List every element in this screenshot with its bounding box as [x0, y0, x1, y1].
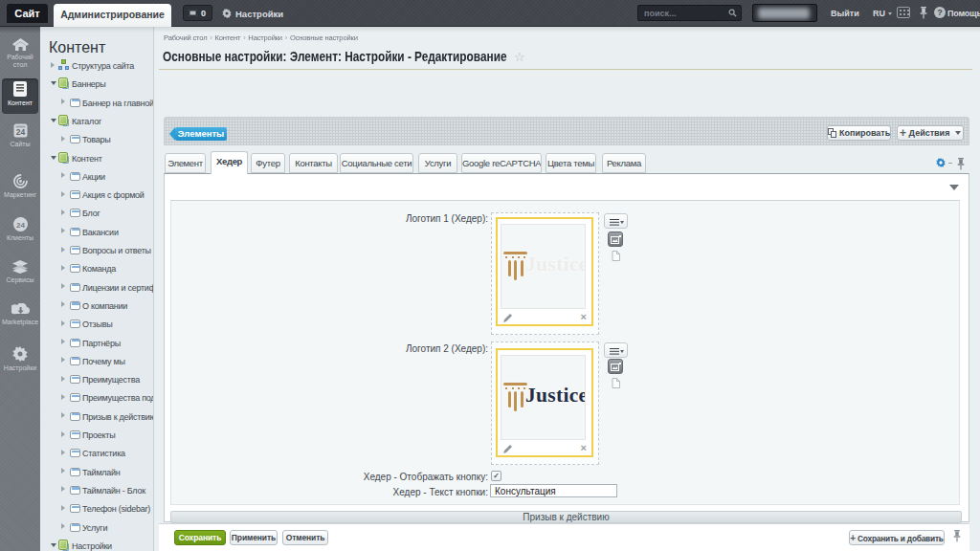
svg-text:24: 24: [15, 127, 25, 137]
svg-text:24: 24: [16, 221, 25, 230]
